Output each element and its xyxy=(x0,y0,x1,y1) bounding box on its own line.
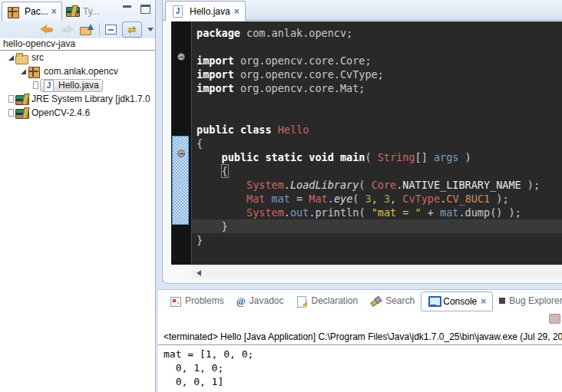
tab-bug-explorer[interactable]: Bug Explorer xyxy=(493,291,562,311)
tab-console-label: Console xyxy=(443,296,477,307)
folder-icon xyxy=(15,52,28,64)
view-menu-icon[interactable] xyxy=(147,28,154,31)
code-line xyxy=(197,95,562,109)
tree-item[interactable]: JRE System Library [jdk1.7.0 xyxy=(0,92,155,106)
expanded-arrow-icon[interactable] xyxy=(6,55,15,61)
java-file-icon xyxy=(171,5,183,17)
tree-item-label: JRE System Library [jdk1.7.0 xyxy=(31,94,150,104)
editor-left-margin xyxy=(163,21,171,265)
code-line xyxy=(197,40,562,54)
bug-explorer-icon xyxy=(499,298,505,304)
tab-declaration-label: Declaration xyxy=(311,295,358,306)
code-line: } xyxy=(197,233,562,247)
console-icon xyxy=(428,296,439,306)
close-icon[interactable]: × xyxy=(234,7,240,16)
go-into-folder-button[interactable] xyxy=(80,24,94,35)
close-icon[interactable]: × xyxy=(51,7,57,16)
problems-icon xyxy=(170,296,181,306)
tree-selection: Hello.java xyxy=(40,79,103,92)
tree-item-label: com.anlak.opencv xyxy=(44,66,118,77)
console-output-line: mat = [1, 0, 0; xyxy=(164,348,562,361)
tree-item-label: src xyxy=(31,52,44,63)
tab-javadoc[interactable]: @ Javadoc xyxy=(230,291,290,311)
code-editor[interactable]: package com.anlak.opencv;import org.open… xyxy=(191,21,562,265)
java-file-icon xyxy=(42,80,55,91)
fold-collapse-icon[interactable] xyxy=(177,53,185,61)
editor-tabbar: Hello.java × xyxy=(163,0,562,21)
tab-type-hierarchy[interactable]: Ty... xyxy=(61,2,104,21)
tree-item[interactable]: OpenCV-2.4.6 xyxy=(0,106,155,120)
console-output-line: 0, 0, 1] xyxy=(164,375,562,389)
tree-item[interactable]: com.anlak.opencv xyxy=(0,64,155,78)
tree-item-label: OpenCV-2.4.6 xyxy=(31,107,90,118)
tab-console[interactable]: Console × xyxy=(421,292,493,311)
code-line: public static void main( String[] args ) xyxy=(197,150,562,164)
code-line: import org.opencv.core.CvType; xyxy=(197,68,562,81)
tree-item-label: Hello.java xyxy=(58,80,99,91)
tree-item[interactable]: src xyxy=(0,51,155,64)
tab-javadoc-label: Javadoc xyxy=(250,295,284,306)
fold-collapse-icon[interactable] xyxy=(177,150,185,157)
editor-annotation-ruler[interactable] xyxy=(171,21,191,265)
tab-package-explorer-label: Pac... xyxy=(25,6,48,17)
console-process-title: <terminated> Hello [Java Application] C:… xyxy=(158,311,562,345)
link-with-editor-button[interactable]: ⇄ xyxy=(122,21,142,38)
code-line: package com.anlak.opencv; xyxy=(197,26,562,40)
code-line: public class Hello xyxy=(197,123,562,137)
package-explorer-icon xyxy=(7,6,18,18)
code-line: import org.opencv.core.Core; xyxy=(197,54,562,68)
tab-declaration[interactable]: Declaration xyxy=(289,291,364,311)
console-output: mat = [1, 0, 0; 0, 1, 0; 0, 0, 1] xyxy=(158,345,562,389)
package-explorer-panel: Pac... × Ty... ⇄ hello-opencv-java srcco… xyxy=(0,0,156,392)
code-line: Mat mat = Mat.eye( 3, 3, CvType.CV_8UC1 … xyxy=(197,192,562,206)
tab-search-label: Search xyxy=(385,295,415,306)
tab-bug-explorer-label: Bug Explorer xyxy=(509,295,562,306)
code-line: System.LoadLibrary( Core.NATIVE_LIBRARY_… xyxy=(197,178,562,192)
code-line: { xyxy=(197,137,562,150)
code-line: } xyxy=(192,219,562,233)
explorer-toolbar: ⇄ xyxy=(40,21,154,38)
scroll-left-arrow-icon[interactable] xyxy=(194,268,203,277)
package-icon xyxy=(28,66,41,77)
package-explorer-header: Pac... × Ty... ⇄ xyxy=(0,0,155,38)
type-hierarchy-icon xyxy=(66,5,77,17)
toolbar-separator xyxy=(99,24,100,36)
console-toolbar-icon[interactable] xyxy=(549,314,560,324)
code-line: System.out.println( "mat = " + mat.dump(… xyxy=(197,206,562,219)
tree-item[interactable]: Hello.java xyxy=(0,78,155,92)
library-icon xyxy=(15,94,28,105)
back-arrow-button[interactable] xyxy=(40,25,55,35)
console-panel-tabbar: Problems @ Javadoc Declaration Search Co… xyxy=(158,290,562,311)
library-icon xyxy=(15,107,28,119)
maximize-button[interactable] xyxy=(140,5,150,14)
tab-package-explorer[interactable]: Pac... × xyxy=(2,2,62,21)
editor-horizontal-scrollbar[interactable] xyxy=(191,265,562,279)
tree-item-project-root[interactable]: hello-opencv-java xyxy=(0,38,155,51)
tab-problems-label: Problems xyxy=(185,295,224,306)
tab-problems[interactable]: Problems xyxy=(164,291,230,311)
editor-tab-hello-java[interactable]: Hello.java × xyxy=(165,1,246,21)
code-line: { xyxy=(197,164,562,178)
forward-arrow-button[interactable] xyxy=(60,25,74,35)
console-output-line: 0, 1, 0; xyxy=(164,361,562,375)
collapsed-arrow-icon[interactable] xyxy=(31,82,40,88)
javadoc-at-icon: @ xyxy=(236,296,246,306)
expanded-arrow-icon[interactable] xyxy=(18,69,28,74)
editor-window: Hello.java × package com.anlak.opencv;im… xyxy=(162,0,562,284)
project-tree: hello-opencv-java srccom.anlak.opencvHel… xyxy=(0,38,155,392)
code-line xyxy=(197,109,562,123)
collapsed-arrow-icon[interactable] xyxy=(6,96,15,102)
tab-search[interactable]: Search xyxy=(364,291,421,311)
code-line: import org.opencv.core.Mat; xyxy=(197,81,562,95)
declaration-icon xyxy=(296,296,307,306)
search-icon xyxy=(370,296,382,306)
editor-tab-label: Hello.java xyxy=(190,6,230,17)
minimize-button[interactable] xyxy=(122,5,133,14)
close-icon[interactable]: × xyxy=(481,297,486,306)
tab-type-hierarchy-label: Ty... xyxy=(83,6,100,17)
console-panel: Problems @ Javadoc Declaration Search Co… xyxy=(158,289,562,392)
collapsed-arrow-icon[interactable] xyxy=(6,110,15,116)
collapse-all-button[interactable] xyxy=(105,25,117,35)
